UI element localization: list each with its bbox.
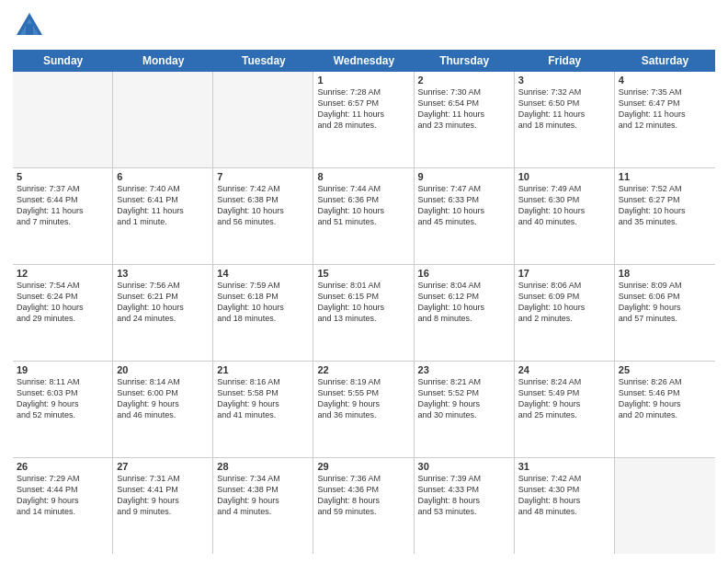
day-cell-3: 3Sunrise: 7:32 AM Sunset: 6:50 PM Daylig… xyxy=(515,72,615,167)
day-number: 4 xyxy=(619,75,711,86)
day-number: 7 xyxy=(217,171,309,182)
day-cell-26: 26Sunrise: 7:29 AM Sunset: 4:44 PM Dayli… xyxy=(13,458,113,554)
day-cell-16: 16Sunrise: 8:04 AM Sunset: 6:12 PM Dayli… xyxy=(415,265,515,361)
weekday-header-friday: Friday xyxy=(515,50,615,72)
day-cell-1: 1Sunrise: 7:28 AM Sunset: 6:57 PM Daylig… xyxy=(313,72,414,167)
day-cell-20: 20Sunrise: 8:14 AM Sunset: 6:00 PM Dayli… xyxy=(113,362,213,457)
day-number: 21 xyxy=(217,364,309,375)
calendar-header: SundayMondayTuesdayWednesdayThursdayFrid… xyxy=(13,50,715,72)
weekday-header-tuesday: Tuesday xyxy=(213,50,313,72)
empty-cell-r0c2 xyxy=(213,72,313,167)
day-info: Sunrise: 7:29 AM Sunset: 4:44 PM Dayligh… xyxy=(17,473,108,518)
day-number: 1 xyxy=(317,75,409,86)
day-info: Sunrise: 8:21 AM Sunset: 5:52 PM Dayligh… xyxy=(418,376,510,421)
weekday-header-monday: Monday xyxy=(113,50,213,72)
day-cell-30: 30Sunrise: 7:39 AM Sunset: 4:33 PM Dayli… xyxy=(415,458,515,554)
day-number: 17 xyxy=(518,268,610,279)
day-info: Sunrise: 7:52 AM Sunset: 6:27 PM Dayligh… xyxy=(619,183,711,228)
day-cell-12: 12Sunrise: 7:54 AM Sunset: 6:24 PM Dayli… xyxy=(13,265,113,361)
day-cell-28: 28Sunrise: 7:34 AM Sunset: 4:38 PM Dayli… xyxy=(213,458,313,554)
day-cell-31: 31Sunrise: 7:42 AM Sunset: 4:30 PM Dayli… xyxy=(515,458,615,554)
empty-cell-r4c6 xyxy=(615,458,715,554)
day-info: Sunrise: 7:47 AM Sunset: 6:33 PM Dayligh… xyxy=(418,183,510,228)
weekday-header-saturday: Saturday xyxy=(615,50,715,72)
day-number: 22 xyxy=(317,364,409,375)
day-number: 16 xyxy=(418,268,510,279)
day-info: Sunrise: 7:42 AM Sunset: 4:30 PM Dayligh… xyxy=(518,473,610,518)
day-cell-23: 23Sunrise: 8:21 AM Sunset: 5:52 PM Dayli… xyxy=(415,362,515,457)
day-info: Sunrise: 7:39 AM Sunset: 4:33 PM Dayligh… xyxy=(418,473,510,518)
day-info: Sunrise: 8:04 AM Sunset: 6:12 PM Dayligh… xyxy=(418,280,510,325)
calendar-row-3: 12Sunrise: 7:54 AM Sunset: 6:24 PM Dayli… xyxy=(13,265,715,362)
day-number: 28 xyxy=(217,461,309,472)
day-cell-15: 15Sunrise: 8:01 AM Sunset: 6:15 PM Dayli… xyxy=(313,265,414,361)
day-number: 19 xyxy=(17,364,108,375)
day-cell-25: 25Sunrise: 8:26 AM Sunset: 5:46 PM Dayli… xyxy=(615,362,715,457)
day-cell-18: 18Sunrise: 8:09 AM Sunset: 6:06 PM Dayli… xyxy=(615,265,715,361)
day-number: 23 xyxy=(418,364,510,375)
calendar-row-5: 26Sunrise: 7:29 AM Sunset: 4:44 PM Dayli… xyxy=(13,458,715,554)
day-cell-2: 2Sunrise: 7:30 AM Sunset: 6:54 PM Daylig… xyxy=(415,72,515,167)
day-cell-5: 5Sunrise: 7:37 AM Sunset: 6:44 PM Daylig… xyxy=(13,168,113,264)
weekday-header-wednesday: Wednesday xyxy=(313,50,414,72)
day-info: Sunrise: 8:01 AM Sunset: 6:15 PM Dayligh… xyxy=(317,280,409,325)
day-cell-9: 9Sunrise: 7:47 AM Sunset: 6:33 PM Daylig… xyxy=(415,168,515,264)
day-info: Sunrise: 7:59 AM Sunset: 6:18 PM Dayligh… xyxy=(217,280,309,325)
calendar: SundayMondayTuesdayWednesdayThursdayFrid… xyxy=(13,50,715,554)
day-info: Sunrise: 7:35 AM Sunset: 6:47 PM Dayligh… xyxy=(619,86,711,132)
day-info: Sunrise: 8:14 AM Sunset: 6:00 PM Dayligh… xyxy=(117,376,209,421)
day-info: Sunrise: 7:34 AM Sunset: 4:38 PM Dayligh… xyxy=(217,473,309,518)
day-number: 3 xyxy=(518,75,610,86)
calendar-row-2: 5Sunrise: 7:37 AM Sunset: 6:44 PM Daylig… xyxy=(13,168,715,265)
day-cell-11: 11Sunrise: 7:52 AM Sunset: 6:27 PM Dayli… xyxy=(615,168,715,264)
day-info: Sunrise: 8:19 AM Sunset: 5:55 PM Dayligh… xyxy=(317,376,409,421)
day-number: 12 xyxy=(17,268,108,279)
day-cell-14: 14Sunrise: 7:59 AM Sunset: 6:18 PM Dayli… xyxy=(213,265,313,361)
weekday-header-sunday: Sunday xyxy=(13,50,113,72)
day-info: Sunrise: 8:09 AM Sunset: 6:06 PM Dayligh… xyxy=(619,280,711,325)
day-info: Sunrise: 8:06 AM Sunset: 6:09 PM Dayligh… xyxy=(518,280,610,325)
day-number: 10 xyxy=(518,171,610,182)
day-info: Sunrise: 8:26 AM Sunset: 5:46 PM Dayligh… xyxy=(619,376,711,421)
day-info: Sunrise: 7:37 AM Sunset: 6:44 PM Dayligh… xyxy=(17,183,108,228)
day-cell-19: 19Sunrise: 8:11 AM Sunset: 6:03 PM Dayli… xyxy=(13,362,113,457)
day-info: Sunrise: 8:24 AM Sunset: 5:49 PM Dayligh… xyxy=(518,376,610,421)
day-cell-8: 8Sunrise: 7:44 AM Sunset: 6:36 PM Daylig… xyxy=(313,168,414,264)
day-number: 14 xyxy=(217,268,309,279)
day-number: 13 xyxy=(117,268,209,279)
day-number: 9 xyxy=(418,171,510,182)
day-cell-29: 29Sunrise: 7:36 AM Sunset: 4:36 PM Dayli… xyxy=(313,458,414,554)
day-number: 2 xyxy=(418,75,510,86)
day-info: Sunrise: 7:28 AM Sunset: 6:57 PM Dayligh… xyxy=(317,86,409,132)
day-number: 27 xyxy=(117,461,209,472)
day-number: 20 xyxy=(117,364,209,375)
empty-cell-r0c1 xyxy=(113,72,213,167)
calendar-body: 1Sunrise: 7:28 AM Sunset: 6:57 PM Daylig… xyxy=(13,72,715,554)
day-cell-10: 10Sunrise: 7:49 AM Sunset: 6:30 PM Dayli… xyxy=(515,168,615,264)
day-info: Sunrise: 7:30 AM Sunset: 6:54 PM Dayligh… xyxy=(418,86,510,132)
day-cell-4: 4Sunrise: 7:35 AM Sunset: 6:47 PM Daylig… xyxy=(615,72,715,167)
day-cell-22: 22Sunrise: 8:19 AM Sunset: 5:55 PM Dayli… xyxy=(313,362,414,457)
calendar-row-1: 1Sunrise: 7:28 AM Sunset: 6:57 PM Daylig… xyxy=(13,72,715,168)
day-info: Sunrise: 7:31 AM Sunset: 4:41 PM Dayligh… xyxy=(117,473,209,518)
day-info: Sunrise: 8:11 AM Sunset: 6:03 PM Dayligh… xyxy=(17,376,108,421)
day-info: Sunrise: 8:16 AM Sunset: 5:58 PM Dayligh… xyxy=(217,376,309,421)
header xyxy=(13,9,715,42)
calendar-row-4: 19Sunrise: 8:11 AM Sunset: 6:03 PM Dayli… xyxy=(13,362,715,458)
day-info: Sunrise: 7:36 AM Sunset: 4:36 PM Dayligh… xyxy=(317,473,409,518)
day-number: 8 xyxy=(317,171,409,182)
day-number: 26 xyxy=(17,461,108,472)
empty-cell-r0c0 xyxy=(13,72,113,167)
day-cell-7: 7Sunrise: 7:42 AM Sunset: 6:38 PM Daylig… xyxy=(213,168,313,264)
day-number: 24 xyxy=(518,364,610,375)
svg-rect-2 xyxy=(26,24,33,35)
day-cell-27: 27Sunrise: 7:31 AM Sunset: 4:41 PM Dayli… xyxy=(113,458,213,554)
day-cell-17: 17Sunrise: 8:06 AM Sunset: 6:09 PM Dayli… xyxy=(515,265,615,361)
day-number: 6 xyxy=(117,171,209,182)
day-cell-21: 21Sunrise: 8:16 AM Sunset: 5:58 PM Dayli… xyxy=(213,362,313,457)
page: SundayMondayTuesdayWednesdayThursdayFrid… xyxy=(0,0,728,563)
day-number: 5 xyxy=(17,171,108,182)
day-number: 31 xyxy=(518,461,610,472)
day-info: Sunrise: 7:32 AM Sunset: 6:50 PM Dayligh… xyxy=(518,86,610,132)
logo-icon xyxy=(13,9,46,42)
